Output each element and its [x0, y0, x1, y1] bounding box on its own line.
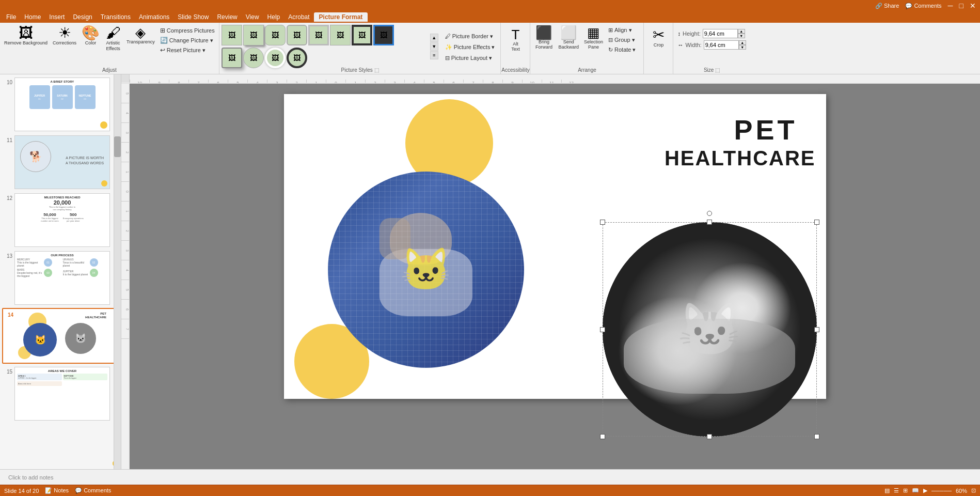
bw-cat-photo: 🐱 [603, 222, 817, 437]
share-button[interactable]: 🔗 PowerPoint - Pet Healthcare Presentati… [875, 3, 899, 9]
style-oval[interactable]: 🖼 [243, 48, 264, 68]
cat-mosaic-circle[interactable]: 🐱 [328, 172, 524, 368]
crop-group: ✂ Crop [644, 23, 673, 74]
align-button[interactable]: ⊞ Align ▾ [606, 26, 638, 35]
rotate-button[interactable]: ↻ Rotate ▾ [606, 45, 638, 54]
menu-home[interactable]: Home [20, 12, 45, 22]
zoom-slider[interactable]: ───── [931, 488, 952, 494]
picture-layout-button[interactable]: ⊟ Picture Layout ▾ [441, 53, 499, 63]
send-backward-button[interactable]: ⬜ SendBackward [556, 25, 581, 51]
slide-thumb-13[interactable]: 13 OUR PROCESS MERCURYThis is the bigges… [2, 250, 119, 306]
arrange-group: ⬛ BringForward ⬜ SendBackward ▦ Selectio… [530, 23, 644, 74]
view-slideshow-icon[interactable]: ▶ [923, 487, 927, 494]
slide-thumb-14[interactable]: 14 🐱 🐱 PETHEALTHCARE [2, 308, 119, 364]
menu-help[interactable]: Help [263, 12, 284, 22]
handle-rotate[interactable] [707, 211, 712, 216]
slide-thumb-11[interactable]: 11 🐕 A PICTURE IS WORTHA THOUSAND WORDS [2, 134, 119, 190]
menu-picture-format[interactable]: Picture Format [314, 12, 368, 22]
slide-number-13: 13 [3, 253, 12, 259]
corrections-button[interactable]: ☀ Corrections [51, 25, 78, 47]
gallery-down[interactable]: ▼ [430, 42, 438, 51]
width-spin-down[interactable]: ▼ [739, 45, 746, 50]
handle-tl[interactable] [600, 220, 605, 225]
handle-br[interactable] [814, 434, 819, 439]
height-spin-down[interactable]: ▼ [738, 34, 745, 38]
alt-text-button[interactable]: T AltText [504, 27, 527, 53]
menu-file[interactable]: File [2, 12, 20, 22]
style-selected[interactable]: 🖼 [373, 25, 394, 45]
comments-icon[interactable]: 💬 Comments [75, 487, 111, 494]
ruler-vertical: 5 4 3 2 1 0 1 2 3 4 5 6 7 [121, 84, 130, 469]
group-button[interactable]: ⊟ Group ▾ [606, 36, 638, 44]
gallery-up[interactable]: ▲ [430, 34, 438, 42]
selection-pane-button[interactable]: ▦ SelectionPane [582, 25, 605, 51]
handle-tr[interactable] [814, 220, 819, 225]
arrange-label: Arrange [530, 67, 643, 73]
style-oval-border[interactable]: 🖼 [265, 48, 286, 68]
view-outline-icon[interactable]: ☰ [894, 487, 899, 494]
view-reading-icon[interactable]: 📖 [912, 487, 919, 494]
style-perspective[interactable]: 🖼 [222, 48, 242, 68]
remove-background-button[interactable]: 🖼 Remove Background [2, 25, 50, 47]
style-reflected[interactable]: 🖼 [330, 25, 351, 45]
transparency-button[interactable]: ◈ Transparency [124, 25, 157, 46]
width-input[interactable] [704, 40, 739, 50]
comments-button[interactable]: 💬 Comments [905, 3, 941, 9]
style-oval-black[interactable]: 🖼 [287, 48, 307, 68]
slide-thumb-10[interactable]: 10 A BRIEF STORY JUPITER 01 SATURN 02 NE… [2, 76, 119, 132]
close-button[interactable]: ✕ [970, 2, 976, 10]
menu-view[interactable]: View [242, 12, 263, 22]
notes-bar[interactable]: Click to add notes [0, 469, 980, 485]
view-sorter-icon[interactable]: ⊞ [903, 487, 908, 494]
style-dark-border[interactable]: 🖼 [352, 25, 372, 45]
menu-slideshow[interactable]: Slide Show [173, 12, 213, 22]
height-input[interactable] [703, 29, 738, 38]
width-spin-up[interactable]: ▲ [739, 40, 746, 45]
notes-icon[interactable]: 📝 Notes [45, 487, 69, 494]
size-label: Size ⬚ [673, 67, 750, 73]
artistic-effects-button[interactable]: 🖌 ArtisticEffects [103, 25, 123, 53]
crop-button[interactable]: ✂ Crop [647, 27, 670, 49]
gallery-more[interactable]: ≡ [430, 51, 438, 59]
handle-mr[interactable] [814, 327, 819, 332]
style-shadow[interactable]: 🖼 [243, 25, 264, 45]
handle-bm[interactable] [707, 434, 712, 439]
minimize-button[interactable]: ─ [948, 2, 953, 10]
menu-acrobat[interactable]: Acrobat [284, 12, 313, 22]
style-plain[interactable]: 🖼 [222, 25, 242, 45]
picture-effects-button[interactable]: ✨ Picture Effects ▾ [441, 42, 499, 52]
handle-ml[interactable] [600, 327, 605, 332]
bring-forward-button[interactable]: ⬛ BringForward [532, 25, 555, 51]
healthcare-title-text: HEALTHCARE [665, 147, 816, 170]
change-picture-button[interactable]: 🔄 Change Picture ▾ [158, 36, 217, 45]
zoom-fit-icon[interactable]: ⊡ [971, 487, 976, 494]
color-button[interactable]: 🎨 Color [80, 25, 102, 47]
slide-panel: 10 A BRIEF STORY JUPITER 01 SATURN 02 NE… [0, 74, 121, 469]
canvas-scroll[interactable]: 🐱 PET HEALTHCARE [130, 84, 980, 469]
slide-panel-scrollbar[interactable] [114, 74, 121, 469]
width-icon: ↔ [677, 42, 683, 48]
picture-border-button[interactable]: 🖊 Picture Border ▾ [441, 32, 499, 41]
style-soft-edge[interactable]: 🖼 [265, 25, 286, 45]
menu-transitions[interactable]: Transitions [97, 12, 135, 22]
width-label: Width: [685, 42, 701, 48]
slide-number-10: 10 [3, 80, 12, 85]
slide-thumb-15[interactable]: 15 AREAS WE COVER AREA 1 JUPITER - It is… [2, 366, 119, 422]
height-spin-up[interactable]: ▲ [738, 29, 745, 34]
handle-tm[interactable] [707, 220, 712, 225]
menu-review[interactable]: Review [213, 12, 241, 22]
style-thick[interactable]: 🖼 [308, 25, 329, 45]
slide-canvas: 🐱 PET HEALTHCARE [284, 94, 826, 399]
reset-picture-button[interactable]: ↩ Reset Picture ▾ [158, 45, 217, 55]
bw-photo-container[interactable]: 🐱 [603, 222, 817, 437]
slide-thumb-12[interactable]: 12 MILESTONES REACHED 20,000 This is the… [2, 192, 119, 248]
menu-design[interactable]: Design [69, 12, 96, 22]
slide-number-14: 14 [4, 312, 13, 318]
view-normal-icon[interactable]: ▤ [884, 487, 890, 494]
maximize-button[interactable]: □ [959, 2, 963, 10]
style-rounded[interactable]: 🖼 [287, 25, 307, 45]
handle-bl[interactable] [600, 434, 605, 439]
menu-insert[interactable]: Insert [45, 12, 69, 22]
menu-animations[interactable]: Animations [135, 12, 173, 22]
compress-pictures-button[interactable]: ⊞ Compress Pictures [158, 26, 217, 35]
